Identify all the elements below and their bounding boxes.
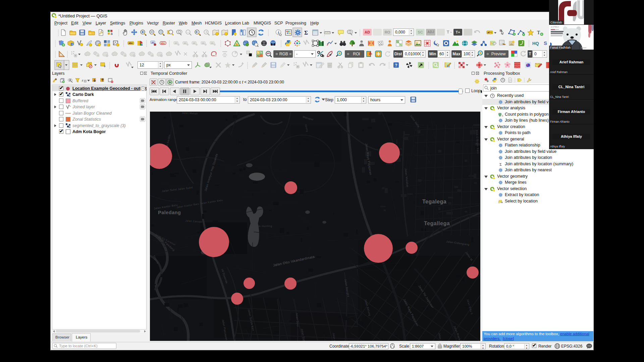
svg-text:⊞: ⊞ [499, 29, 502, 32]
svg-text:Kolam Gunting: Kolam Gunting [252, 225, 272, 228]
svg-text:Tegalega: Tegalega [422, 199, 446, 204]
svg-text:ε: ε [82, 78, 84, 82]
svg-text:Tegallega: Tegallega [424, 221, 450, 226]
svg-text:a: a [111, 32, 113, 36]
svg-text:Paledang: Paledang [158, 210, 181, 215]
svg-text:Σ: Σ [304, 29, 308, 36]
svg-text:⚙ CITIES.A: ⚙ CITIES.A [551, 26, 559, 28]
svg-text:S: S [544, 40, 547, 46]
svg-text:T: T [537, 30, 540, 35]
svg-text:HQ: HQ [532, 41, 539, 46]
